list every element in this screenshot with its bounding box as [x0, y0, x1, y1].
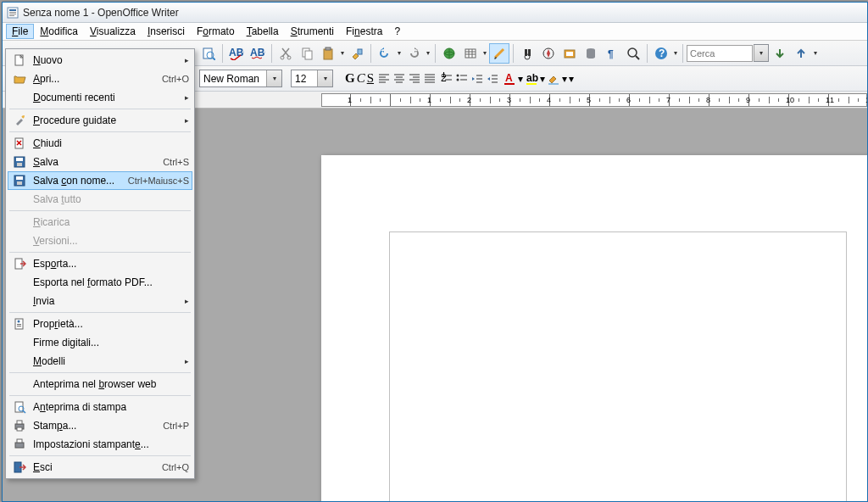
align-right-button[interactable]	[408, 72, 421, 86]
undo-drop[interactable]: ▾	[396, 49, 403, 57]
menu-esci[interactable]: EsciCtrl+Q	[8, 458, 192, 477]
highlight-button[interactable]: abc	[525, 72, 538, 86]
bullet-list-button[interactable]	[455, 72, 469, 86]
gallery-icon[interactable]	[559, 43, 580, 64]
menu-salva-con-nome[interactable]: Salva con nome...Ctrl+Maiusc+S	[8, 171, 192, 190]
menu-strumenti[interactable]: Strumenti	[285, 24, 340, 39]
svg-point-57	[457, 78, 459, 81]
menu-file[interactable]: File	[6, 24, 34, 39]
navigator-icon[interactable]	[538, 43, 559, 64]
export-icon	[11, 257, 28, 271]
bg-color-button[interactable]	[547, 72, 560, 86]
spellcheck-icon[interactable]: ABC	[226, 43, 247, 64]
find-replace-icon[interactable]	[198, 43, 219, 64]
svg-rect-92	[17, 439, 22, 443]
help-drop[interactable]: ▾	[672, 49, 679, 57]
cut-icon[interactable]	[275, 43, 296, 64]
menu-apri[interactable]: Apri...Ctrl+O	[8, 70, 192, 88]
menu-firme-digitali[interactable]: Firme digitali...	[8, 333, 192, 352]
open-icon	[11, 72, 28, 86]
menu-anteprima-browser[interactable]: Anteprima nel browser web	[8, 375, 192, 393]
redo-icon[interactable]	[403, 43, 424, 64]
highlight-drop[interactable]: ▾	[540, 73, 545, 85]
paste-drop[interactable]: ▾	[339, 49, 346, 57]
menu-esporta[interactable]: Esporta...	[8, 254, 192, 273]
format-paintbrush-icon[interactable]	[347, 43, 367, 64]
menu-chiudi[interactable]: Chiudi	[8, 134, 192, 153]
nonprinting-icon[interactable]: ¶	[602, 43, 622, 64]
numbered-list-button[interactable]: 12	[440, 72, 453, 86]
drawing-icon[interactable]	[489, 43, 509, 64]
menu-salva-tutto: Salva tutto	[8, 190, 192, 209]
copy-icon[interactable]	[297, 43, 317, 64]
properties-icon	[11, 317, 28, 331]
svg-text:2: 2	[441, 72, 447, 84]
menu-versioni: Versioni...	[8, 231, 192, 250]
menu-aiuto[interactable]: ?	[388, 24, 406, 39]
toolbar-overflow[interactable]: ▾	[812, 49, 819, 57]
table-icon[interactable]	[460, 43, 481, 64]
menu-finestra[interactable]: Finestra	[340, 24, 388, 39]
page[interactable]	[321, 155, 867, 501]
menu-stampa[interactable]: Stampa...Ctrl+P	[8, 416, 192, 435]
text-area[interactable]	[389, 231, 847, 501]
align-center-button[interactable]	[392, 72, 406, 86]
font-name-combo[interactable]: ▾	[199, 70, 282, 87]
menu-formato[interactable]: Formato	[191, 24, 241, 39]
menu-proprieta[interactable]: Proprietà...	[8, 315, 192, 333]
menu-anteprima-stampa[interactable]: Anteprima di stampa	[8, 398, 192, 416]
find-icon[interactable]	[517, 43, 537, 64]
underline-button[interactable]: S	[367, 71, 374, 86]
search-input[interactable]	[687, 45, 753, 62]
font-color-drop[interactable]: ▾	[518, 73, 523, 85]
redo-drop[interactable]: ▾	[425, 49, 431, 57]
align-justify-button[interactable]	[423, 72, 437, 86]
paste-icon[interactable]	[318, 43, 338, 64]
hyperlink-icon[interactable]	[439, 43, 459, 64]
menu-visualizza[interactable]: Visualizza	[84, 24, 142, 39]
search-drop[interactable]: ▾	[754, 45, 768, 61]
menu-salva[interactable]: SalvaCtrl+S	[8, 153, 192, 171]
svg-line-87	[23, 410, 25, 413]
menu-procedure-guidate[interactable]: Procedure guidate▸	[8, 111, 192, 130]
font-color-button[interactable]: A	[503, 72, 516, 86]
svg-rect-13	[305, 51, 312, 59]
fmt-overflow[interactable]: ▾	[569, 73, 574, 85]
close-doc-icon	[11, 137, 28, 150]
menu-documenti-recenti[interactable]: Documenti recenti▸	[8, 88, 192, 107]
wizard-icon	[11, 114, 28, 127]
align-left-button[interactable]	[377, 72, 391, 86]
search-down-icon[interactable]	[770, 43, 790, 64]
menu-tabella[interactable]: Tabella	[241, 24, 285, 39]
menu-inserisci[interactable]: Inserisci	[142, 24, 191, 39]
menu-esporta-pdf[interactable]: Esporta nel formato PDF...	[8, 273, 192, 292]
svg-line-7	[213, 58, 215, 60]
undo-icon[interactable]	[375, 43, 395, 64]
menu-invia[interactable]: Invia▸	[8, 292, 192, 310]
decrease-indent-button[interactable]	[470, 72, 484, 86]
save-icon	[11, 155, 28, 169]
zoom-icon[interactable]	[623, 43, 643, 64]
svg-rect-78	[16, 176, 23, 180]
autospell-icon[interactable]: ABC	[248, 43, 268, 64]
datasources-icon[interactable]	[581, 43, 601, 64]
menu-modelli[interactable]: Modelli▸	[8, 352, 192, 371]
exit-icon	[11, 460, 28, 474]
bold-button[interactable]: G	[345, 71, 355, 86]
menu-ricarica: Ricarica	[8, 213, 192, 231]
font-size-combo[interactable]: ▾	[291, 70, 333, 87]
svg-text:ABC: ABC	[229, 47, 244, 59]
help-icon[interactable]: ?	[651, 43, 671, 64]
table-drop[interactable]: ▾	[481, 49, 488, 57]
increase-indent-button[interactable]	[486, 72, 499, 86]
svg-rect-90	[17, 427, 22, 431]
svg-rect-69	[526, 83, 537, 85]
menu-nuovo[interactable]: Nuovo▸	[8, 51, 192, 70]
menu-modifica[interactable]: Modifica	[34, 24, 84, 39]
bg-color-drop[interactable]: ▾	[562, 73, 567, 85]
horizontal-ruler[interactable]: 11234567891011121314	[321, 93, 867, 107]
search-up-icon[interactable]	[791, 43, 811, 64]
menu-impostazioni-stampante[interactable]: Impostazioni stampante...	[8, 435, 192, 454]
italic-button[interactable]: C	[357, 71, 365, 86]
svg-rect-18	[465, 49, 476, 58]
